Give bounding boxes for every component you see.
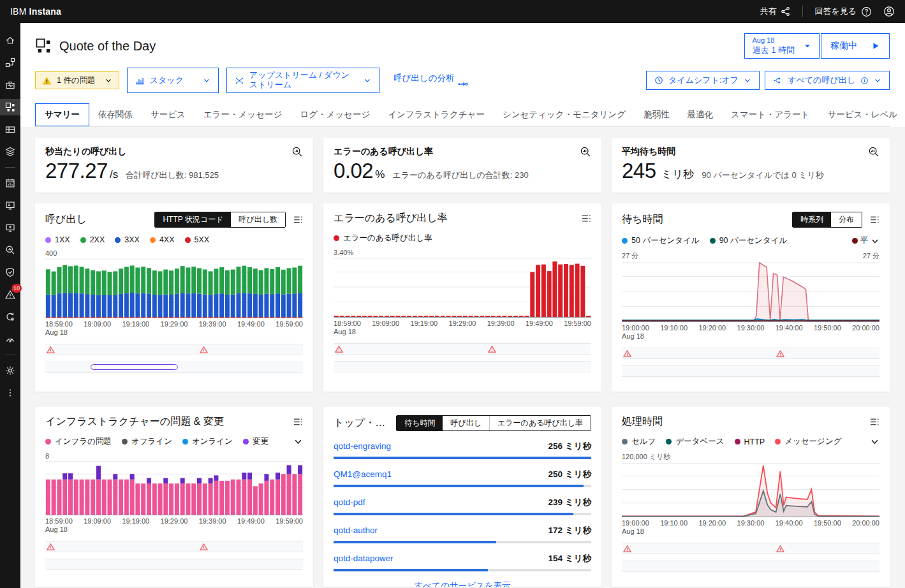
changes-lane[interactable] — [45, 362, 303, 373]
card-menu-button[interactable] — [870, 216, 879, 224]
warning-event-icon[interactable] — [776, 545, 784, 553]
processing-time-chart[interactable] — [622, 462, 879, 517]
toggle-calls[interactable]: 呼び出し — [443, 416, 489, 430]
legend-item[interactable]: エラーのある呼び出し率 — [334, 233, 432, 244]
sidebar-item-calendar[interactable] — [0, 175, 20, 191]
sidebar-item-infrastructure[interactable] — [0, 197, 20, 214]
user-menu-button[interactable] — [883, 6, 895, 17]
warning-event-icon[interactable] — [47, 543, 55, 551]
tab-smart-alerts[interactable]: スマート・アラート — [722, 103, 818, 126]
share-button[interactable]: 共有 — [760, 6, 791, 17]
events-lane[interactable] — [45, 344, 303, 355]
explore-metric-button[interactable] — [580, 146, 591, 158]
time-range-picker[interactable]: Aug 18 過去 1 時間 — [744, 33, 820, 59]
upstream-downstream-dropdown[interactable]: アップストリーム / ダウンストリーム — [226, 68, 379, 93]
card-menu-button[interactable] — [293, 216, 303, 224]
sidebar-item-analytics[interactable] — [0, 242, 20, 258]
legend-item[interactable]: 5XX — [185, 235, 210, 244]
explore-metric-button[interactable] — [868, 146, 879, 158]
service-link[interactable]: qotd-pdf — [334, 497, 365, 507]
chevron-down-icon[interactable] — [871, 237, 879, 246]
analyze-calls-link[interactable]: 呼び出しの分析 — [394, 73, 468, 88]
warning-event-icon[interactable] — [200, 543, 208, 551]
tab-infrastructure[interactable]: インフラストラクチャー — [379, 103, 494, 126]
sidebar-item-events[interactable]: 10 — [0, 286, 20, 303]
legend-item[interactable]: HTTP — [735, 436, 765, 447]
sidebar-item-settings[interactable] — [0, 362, 20, 379]
legend-item[interactable]: オンライン — [182, 436, 233, 447]
legend-item[interactable]: 50 パーセンタイル — [622, 235, 700, 246]
tab-services[interactable]: サービス — [142, 103, 195, 126]
show-all-services-link[interactable]: すべてのサービスを表示 — [334, 580, 591, 587]
chevron-down-icon[interactable] — [870, 437, 879, 446]
see-answers-button[interactable]: 回答を見る — [814, 6, 872, 17]
sidebar-item-business-processes[interactable] — [0, 77, 20, 93]
sidebar-item-applications[interactable] — [0, 99, 20, 115]
issues-dropdown[interactable]: 1 件の問題 — [35, 71, 119, 89]
changes-lane[interactable] — [622, 561, 879, 572]
warning-event-icon[interactable] — [488, 345, 496, 353]
sidebar-item-more[interactable] — [0, 385, 20, 401]
sidebar-item-slo[interactable] — [0, 331, 20, 348]
toggle-erroneous-call-rate[interactable]: エラーのある呼び出し率 — [489, 416, 591, 430]
change-period-pill[interactable] — [91, 364, 178, 370]
tab-service-levels[interactable]: サービス・レベル — [818, 103, 905, 126]
legend-item[interactable]: オフライン — [122, 436, 172, 447]
tab-error-messages[interactable]: エラー・メッセージ — [195, 103, 291, 126]
sidebar-item-kubernetes[interactable] — [0, 143, 20, 160]
sidebar-item-synthetic-monitoring[interactable] — [0, 219, 20, 236]
mean-legend-item[interactable]: 平 — [852, 235, 880, 246]
sidebar-item-websites[interactable] — [0, 54, 20, 71]
service-link[interactable]: qotd-engraving — [334, 441, 391, 451]
changes-lane[interactable] — [622, 365, 879, 377]
legend-item[interactable]: メッセージング — [775, 436, 841, 447]
chevron-down-icon[interactable] — [293, 437, 303, 446]
events-lane[interactable] — [622, 543, 879, 554]
legend-item[interactable]: 3XX — [115, 235, 140, 244]
legend-item[interactable]: セルフ — [622, 436, 656, 447]
sidebar-item-home[interactable] — [0, 32, 20, 48]
service-link[interactable]: qotd-datapower — [334, 554, 394, 563]
tab-vulnerabilities[interactable]: 脆弱性 — [635, 103, 679, 126]
card-menu-button[interactable] — [293, 418, 303, 426]
toggle-timeseries[interactable]: 時系列 — [793, 212, 831, 227]
events-lane[interactable] — [334, 343, 591, 355]
toggle-http-status[interactable]: HTTP 状況コード — [155, 212, 231, 227]
infrastructure-chart[interactable] — [45, 460, 303, 515]
legend-item[interactable]: 変更 — [243, 436, 269, 447]
legend-item[interactable]: インフラの問題 — [45, 436, 112, 447]
stack-dropdown[interactable]: スタック — [127, 68, 219, 93]
tab-optimization[interactable]: 最適化 — [679, 103, 723, 126]
tab-synthetic-monitoring[interactable]: シンセティック・モニタリング — [494, 103, 635, 126]
legend-item[interactable]: データベース — [666, 436, 724, 447]
legend-item[interactable]: 2XX — [80, 235, 105, 244]
changes-lane[interactable] — [334, 361, 591, 372]
latency-chart[interactable] — [622, 261, 879, 322]
warning-event-icon[interactable] — [776, 349, 784, 358]
service-link[interactable]: qotd-author — [334, 526, 378, 535]
legend-item[interactable]: 1XX — [45, 235, 70, 244]
all-calls-dropdown[interactable]: すべての呼び出し — [765, 71, 890, 90]
changes-lane[interactable] — [45, 559, 303, 570]
tab-dependencies[interactable]: 依存関係 — [89, 103, 142, 126]
calls-chart[interactable] — [45, 258, 303, 318]
warning-event-icon[interactable] — [335, 345, 343, 353]
events-lane[interactable] — [622, 348, 879, 359]
sidebar-item-platforms[interactable] — [0, 121, 20, 138]
live-button[interactable]: 稼働中 — [821, 33, 890, 59]
error-rate-chart[interactable] — [334, 257, 591, 318]
warning-event-icon[interactable] — [200, 346, 208, 354]
legend-item[interactable]: 4XX — [150, 235, 175, 244]
sidebar-item-automation[interactable] — [0, 309, 20, 325]
explore-metric-button[interactable] — [291, 146, 303, 158]
card-menu-button[interactable] — [870, 418, 879, 426]
service-link[interactable]: QM1@acemq1 — [334, 469, 392, 479]
sidebar-item-security[interactable] — [0, 264, 20, 281]
tab-log-messages[interactable]: ログ・メッセージ — [291, 103, 379, 126]
tab-summary[interactable]: サマリー — [35, 103, 89, 126]
brand-logo[interactable]: IBM Instana — [10, 6, 61, 17]
legend-item[interactable]: 90 パーセンタイル — [710, 235, 788, 246]
timeshift-dropdown[interactable]: タイムシフト:オフ — [646, 71, 760, 90]
card-menu-button[interactable] — [582, 214, 591, 223]
toggle-latency[interactable]: 待ち時間 — [397, 416, 443, 430]
